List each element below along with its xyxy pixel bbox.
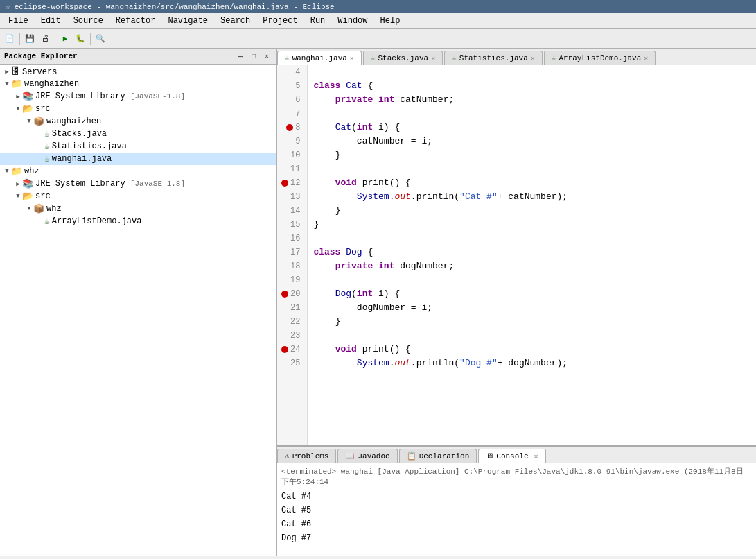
menu-project[interactable]: Project	[257, 15, 303, 27]
code-content[interactable]: class Cat { private int catNumber; Cat(i	[308, 65, 756, 445]
tree-item-servers[interactable]: ▶ 🗄 Servers	[0, 66, 276, 78]
menu-refactor[interactable]: Refactor	[110, 15, 161, 27]
println-cat: println(	[416, 190, 459, 204]
menu-navigate[interactable]: Navigate	[162, 15, 213, 27]
menu-source[interactable]: Source	[68, 15, 109, 27]
println-dog: println(	[416, 356, 459, 370]
close-brace-15: }	[313, 218, 319, 232]
tree-item-wanghaizhen-pkg[interactable]: ▼ 📦 wanghaizhen	[0, 115, 276, 128]
console-content: <terminated> wanghai [Java Application] …	[277, 463, 756, 556]
src1-icon: 📂	[22, 103, 33, 114]
kw-int-di: int	[357, 287, 373, 301]
code-line-12: void print() {	[313, 176, 750, 190]
menu-window[interactable]: Window	[332, 15, 373, 27]
code-line-13: System.out.println("Cat #" + catNumber);	[313, 190, 750, 204]
tab-stacks-close[interactable]: ✕	[431, 54, 435, 62]
wanghai-icon: ☕	[44, 153, 50, 164]
dognumber-assign: dogNumber = i;	[357, 301, 432, 315]
tree-item-src1[interactable]: ▼ 📂 src	[0, 103, 276, 115]
tree-item-jre1[interactable]: ▶ 📚 JRE System Library [JavaSE-1.8]	[0, 90, 276, 103]
tree-item-stacks[interactable]: ☕ Stacks.java	[0, 128, 276, 140]
tree-item-jre2[interactable]: ▶ 📚 JRE System Library [JavaSE-1.8]	[0, 178, 276, 190]
menu-edit[interactable]: Edit	[35, 15, 67, 27]
statistics-icon: ☕	[44, 141, 50, 152]
linenum-24: 24	[281, 343, 303, 356]
linenum-15: 15	[281, 218, 303, 232]
tab-statistics[interactable]: ☕ Statistics.java ✕	[444, 51, 543, 64]
wanghaizhen-pkg-label: wanghaizhen	[46, 117, 101, 126]
code-editor[interactable]: 4 5 6 7 8 9 10 11 12 13 14 15 16 17 18 1…	[277, 65, 756, 445]
menu-search[interactable]: Search	[215, 15, 256, 27]
tree-item-arraylist[interactable]: ☕ ArrayListDemo.java	[0, 215, 276, 227]
whz-arrow: ▼	[3, 168, 11, 175]
code-line-17: class Dog {	[313, 246, 750, 259]
sep2	[55, 33, 55, 45]
linenum-22: 22	[281, 315, 303, 329]
linenum-5: 5	[281, 79, 303, 93]
cn-Dog: Dog	[346, 246, 362, 259]
tab-statistics-label: Statistics.java	[459, 54, 528, 62]
kw-int-dog: int	[378, 259, 394, 273]
tree-item-wanghaizhen[interactable]: ▼ 📁 wanghaizhen	[0, 78, 276, 90]
run-btn[interactable]: ▶	[58, 32, 72, 46]
linenum-4: 4	[281, 65, 303, 79]
content-area: Package Explorer — □ ✕ ▶ 🗄 Servers	[0, 49, 756, 556]
menu-help[interactable]: Help	[375, 15, 406, 27]
editor-area: ☕ wanghai.java ✕ ☕ Stacks.java ✕ ☕ Stati…	[277, 49, 756, 556]
jre1-icon: 📚	[22, 91, 33, 102]
sidebar-minimize-btn[interactable]: —	[235, 51, 246, 62]
tab-console[interactable]: 🖥 Console ✕	[478, 449, 545, 463]
linenum-25: 25	[281, 356, 303, 370]
console-header: <terminated> wanghai [Java Application] …	[281, 466, 752, 487]
search-btn[interactable]: 🔍	[94, 32, 107, 46]
tree-item-src2[interactable]: ▼ 📂 src	[0, 190, 276, 203]
title-text: eclipse-workspace - wanghaizhen/src/wang…	[15, 3, 335, 11]
linenum-19: 19	[281, 273, 303, 287]
tab-statistics-icon: ☕	[452, 53, 457, 62]
sidebar-close-btn[interactable]: ✕	[261, 51, 272, 62]
tab-statistics-close[interactable]: ✕	[531, 54, 535, 62]
tree-item-statistics[interactable]: ☕ Statistics.java	[0, 140, 276, 153]
close-brace-10: }	[335, 148, 341, 162]
tree-item-whz[interactable]: ▼ 📁 whz	[0, 165, 276, 178]
dogNumber-decl: dogNumber;	[400, 259, 454, 273]
tab-declaration-icon: 📋	[407, 452, 416, 461]
code-line-21: dogNumber = i;	[313, 301, 750, 315]
save-btn[interactable]: 💾	[23, 32, 37, 46]
tab-problems[interactable]: ⚠ Problems	[277, 449, 336, 463]
arraylist-label: ArrayListDemo.java	[52, 216, 142, 226]
tab-wanghai[interactable]: ☕ wanghai.java ✕	[277, 51, 362, 65]
close-brace-22: }	[335, 315, 341, 329]
cn-Dog-ctor: Dog	[335, 287, 351, 301]
tab-console-close[interactable]: ✕	[534, 452, 538, 461]
tab-stacks[interactable]: ☕ Stacks.java ✕	[363, 51, 443, 64]
tree-item-wanghai[interactable]: ☕ wanghai.java	[0, 153, 276, 165]
menu-file[interactable]: File	[3, 15, 34, 27]
menu-run[interactable]: Run	[305, 15, 331, 27]
tab-declaration[interactable]: 📋 Declaration	[399, 449, 477, 463]
tab-javadoc[interactable]: 📖 Javadoc	[337, 449, 397, 463]
tab-wanghai-close[interactable]: ✕	[350, 54, 354, 62]
breakpoint-12	[281, 180, 288, 187]
code-line-16	[313, 232, 750, 246]
tree-item-whz-pkg[interactable]: ▼ 📦 whz	[0, 203, 276, 215]
out-cat: out	[394, 190, 410, 204]
tab-arraylist-close[interactable]: ✕	[644, 54, 648, 62]
wanghai-label: wanghai.java	[52, 154, 112, 164]
code-line-9: catNumber = i;	[313, 135, 750, 148]
src1-arrow: ▼	[14, 105, 22, 112]
jre2-icon: 📚	[22, 178, 33, 189]
sidebar-maximize-btn[interactable]: □	[248, 51, 259, 62]
eclipse-icon: ☆	[6, 2, 10, 11]
debug-btn[interactable]: 🐛	[73, 32, 87, 46]
tab-arraylist[interactable]: ☕ ArrayListDemo.java ✕	[544, 51, 656, 64]
print-btn[interactable]: 🖨	[38, 32, 52, 46]
linenum-9: 9	[281, 135, 303, 148]
cn-Cat-ctor: Cat	[335, 121, 351, 135]
new-btn[interactable]: 📄	[3, 32, 17, 46]
print-cat: print() {	[362, 176, 411, 190]
servers-arrow: ▶	[3, 68, 11, 76]
linenum-18: 18	[281, 259, 303, 273]
whz-pkg-label: whz	[46, 204, 62, 214]
kw-private-dog: private	[335, 259, 373, 273]
